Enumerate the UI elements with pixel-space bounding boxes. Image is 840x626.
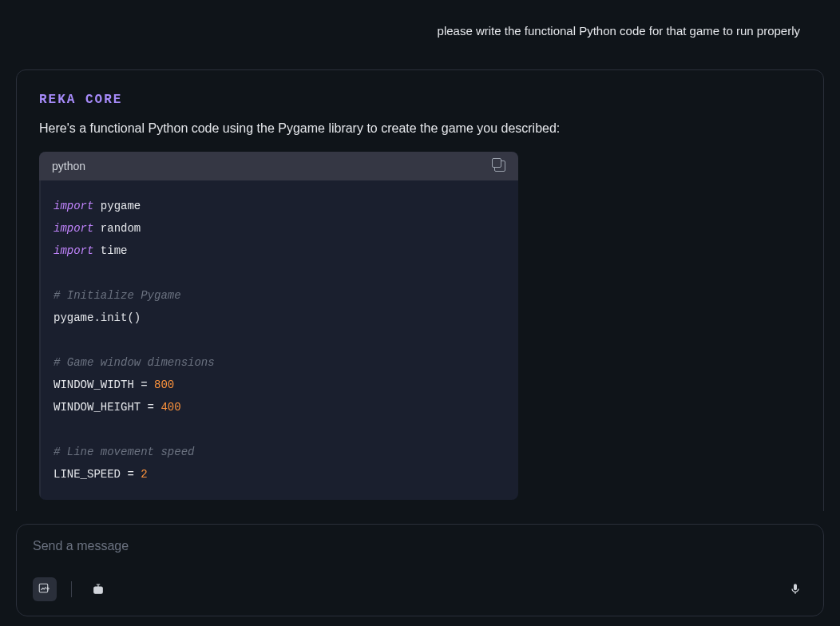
copy-icon[interactable]	[494, 160, 505, 172]
code-language-label: python	[52, 160, 85, 172]
robot-button[interactable]	[86, 577, 110, 601]
toolbar-left	[33, 577, 110, 601]
chat-area: please write the functional Python code …	[0, 0, 840, 511]
message-input-area[interactable]: Send a message	[16, 524, 824, 616]
toolbar-divider	[71, 581, 72, 597]
svg-point-3	[100, 589, 101, 591]
user-message: please write the functional Python code …	[16, 16, 824, 38]
input-toolbar	[33, 577, 807, 601]
model-name-label: REKA CORE	[39, 93, 801, 107]
svg-point-2	[96, 589, 97, 591]
assistant-message: REKA CORE Here's a functional Python cod…	[16, 69, 824, 511]
code-header: python	[39, 152, 518, 180]
message-input[interactable]: Send a message	[33, 539, 807, 553]
assistant-intro-text: Here's a functional Python code using th…	[39, 121, 801, 136]
code-block: python import pygameimport randomimport …	[39, 152, 518, 500]
microphone-button[interactable]	[783, 577, 807, 601]
attach-image-button[interactable]	[33, 577, 57, 601]
code-body[interactable]: import pygameimport randomimport time # …	[39, 180, 518, 500]
svg-rect-1	[94, 587, 103, 593]
